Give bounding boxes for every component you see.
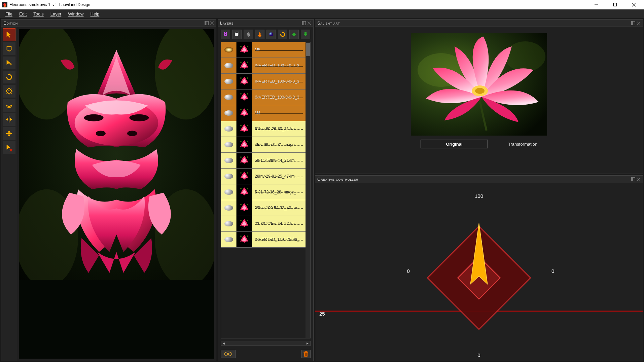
maximize-button[interactable] [610, 1, 620, 8]
reload-icon[interactable] [278, 30, 287, 39]
lasso-tool[interactable] [3, 42, 15, 55]
layer-visibility-toggle[interactable] [221, 42, 237, 58]
svg-point-16 [84, 114, 104, 121]
flip-h-tool[interactable] [3, 113, 15, 126]
panel-dock-icon[interactable] [302, 21, 306, 25]
creative-title: Creative controller [317, 177, 358, 182]
svg-point-46 [247, 188, 248, 189]
layer-row[interactable]: INVERTED_11-0-75-96_ [221, 232, 306, 248]
panel-close-icon[interactable] [307, 21, 311, 25]
cc-value-left: 0 [407, 268, 409, 274]
panel-dock-icon[interactable] [631, 21, 635, 25]
layer-row[interactable]: 29Inv-100-54-33_40-Im [221, 200, 306, 216]
svg-point-40 [247, 141, 248, 142]
menu-edit[interactable]: Edit [16, 10, 30, 17]
panel-close-icon[interactable] [210, 21, 214, 25]
hash-icon[interactable] [221, 30, 230, 39]
delete-point-tool[interactable] [3, 141, 15, 154]
duplicate-icon[interactable] [232, 30, 242, 39]
cc-value-far-left: 25 [319, 311, 325, 317]
layer-thumbnail [237, 121, 252, 137]
layer-visibility-toggle[interactable] [221, 216, 237, 231]
flip-v-tool[interactable] [3, 127, 15, 140]
close-button[interactable] [629, 1, 639, 8]
svg-rect-1 [614, 3, 617, 6]
panel-close-icon[interactable] [637, 21, 641, 25]
layer-list[interactable]: M5INVERTED_100-0-0-0_3INVERTED_100-0-0-0… [221, 42, 306, 338]
arrow-up-icon[interactable] [289, 30, 299, 39]
select-tool[interactable] [3, 28, 15, 41]
layer-visibility-toggle[interactable] [221, 105, 237, 121]
layer-row[interactable]: M5 [221, 42, 306, 58]
layer-thumbnail [237, 137, 252, 152]
move-tool[interactable] [3, 57, 15, 69]
menubar: File Edit Tools Layer Window Help [0, 9, 644, 18]
edition-title: Edition [3, 21, 18, 26]
swirl-tool[interactable] [3, 99, 15, 112]
layer-visibility-toggle[interactable] [221, 121, 237, 137]
panel-close-icon[interactable] [637, 177, 641, 181]
svg-point-26 [269, 32, 273, 36]
panel-dock-icon[interactable] [205, 21, 209, 25]
scale-tool[interactable] [3, 85, 15, 98]
panel-salient-art: Salient art [315, 19, 643, 174]
layer-row[interactable]: INVERTED_100-0-0-0_3 [221, 89, 306, 105]
layer-visibility-toggle[interactable] [221, 232, 237, 247]
layer-visibility-toggle[interactable] [221, 58, 237, 73]
window-title: Fleurboris-smokrovic-1.lvf - Laoviland D… [9, 2, 591, 7]
visibility-toggle-button[interactable] [221, 350, 236, 358]
menu-window[interactable]: Window [65, 10, 87, 17]
layer-label: 59-11-58Inv-44_21-Im [252, 158, 306, 163]
layer-hscrollbar[interactable]: ◄ ► [221, 341, 311, 346]
layer-row[interactable]: M4 [221, 105, 306, 121]
panel-dock-icon[interactable] [631, 177, 635, 181]
sphere-icon[interactable] [266, 30, 276, 39]
layer-visibility-toggle[interactable] [221, 200, 237, 216]
creative-controller-widget[interactable]: 100 0 0 0 25 [315, 183, 643, 361]
layer-thumbnail [237, 216, 252, 231]
layer-scrollbar[interactable] [306, 42, 310, 338]
svg-rect-21 [302, 21, 304, 25]
svg-point-29 [240, 62, 242, 63]
flame-icon[interactable] [255, 30, 264, 39]
layer-row[interactable]: 28Inv-29-81-25_47-Im [221, 169, 306, 184]
arrow-down-icon[interactable] [301, 30, 310, 39]
svg-point-34 [247, 93, 248, 95]
svg-point-54 [227, 353, 229, 355]
tab-original[interactable]: Original [421, 140, 488, 148]
layer-row[interactable]: 5-31-72-36_28-Image_ [221, 184, 306, 200]
layer-visibility-toggle[interactable] [221, 169, 237, 184]
menu-file[interactable]: File [2, 10, 16, 17]
layer-visibility-toggle[interactable] [221, 153, 237, 168]
layer-row[interactable]: INVERTED_100-0-0-0_3 [221, 74, 306, 89]
scroll-left-icon[interactable]: ◄ [222, 342, 226, 345]
layer-visibility-toggle[interactable] [221, 74, 237, 89]
menu-help[interactable]: Help [87, 10, 103, 17]
menu-tools[interactable]: Tools [30, 10, 47, 17]
layer-visibility-toggle[interactable] [221, 89, 237, 105]
layer-visibility-toggle[interactable] [221, 184, 237, 200]
svg-point-17 [129, 114, 149, 121]
edition-canvas[interactable] [19, 29, 214, 359]
layer-visibility-toggle[interactable] [221, 137, 237, 152]
layer-label: INVERTED_11-0-75-96_ [252, 237, 306, 242]
scroll-right-icon[interactable]: ► [306, 342, 310, 345]
layer-row[interactable]: 23-33-22Inv-44_27-Im [221, 216, 306, 232]
layer-row[interactable]: 4Inv-96-5-0_31-Image_ [221, 137, 306, 153]
minimize-button[interactable] [591, 1, 602, 8]
svg-point-50 [247, 220, 248, 221]
layer-row[interactable]: 59-11-58Inv-44_21-Im [221, 153, 306, 169]
tab-transformation[interactable]: Transformation [508, 140, 537, 148]
menu-layer[interactable]: Layer [47, 10, 65, 17]
svg-rect-24 [235, 33, 238, 36]
merge-icon[interactable] [244, 30, 253, 39]
layer-thumbnail [237, 58, 252, 73]
svg-point-19 [127, 131, 137, 136]
panel-layers: Layers M5INVERTED_100-0-0-0_3INVERTED_10… [218, 19, 314, 361]
svg-point-18 [96, 131, 106, 136]
layer-row[interactable]: 61Inv-60-26-80_31-Im [221, 121, 306, 137]
rotate-tool[interactable] [3, 71, 15, 83]
cc-value-bottom: 0 [477, 352, 480, 358]
layer-row[interactable]: INVERTED_100-0-0-0_3 [221, 58, 306, 74]
delete-layer-button[interactable] [301, 350, 311, 358]
